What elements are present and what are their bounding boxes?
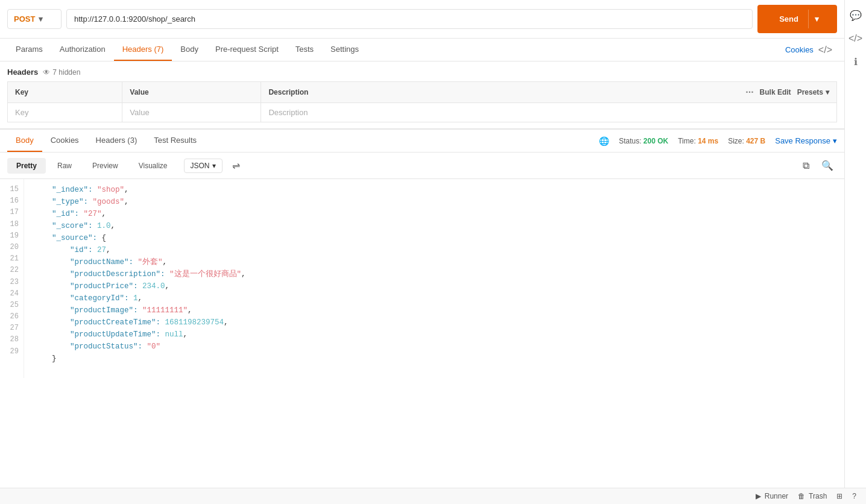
line-number: 22: [0, 265, 24, 276]
time-label: Time: 14 ms: [678, 137, 718, 145]
code-line: "productImage": "11111111",: [34, 304, 835, 317]
code-line: "productName": "外套",: [34, 256, 835, 268]
view-tab-preview[interactable]: Preview: [83, 158, 127, 174]
globe-icon: 🌐: [599, 136, 609, 146]
eye-icon: 👁: [43, 68, 50, 77]
response-tab-body[interactable]: Body: [7, 130, 42, 152]
copy-icon[interactable]: ⧉: [799, 158, 813, 174]
code-line: "_index": "shop",: [34, 184, 835, 196]
line-number: 17: [0, 207, 24, 218]
headers-table: Key Value Description ··· Bulk Edit Pres…: [7, 81, 837, 122]
tab-body[interactable]: Body: [172, 39, 207, 61]
cookies-link[interactable]: Cookies: [785, 45, 814, 54]
code-line: "_score": 1.0,: [34, 220, 835, 232]
line-number: 27: [0, 323, 24, 334]
tab-authorization[interactable]: Authorization: [51, 39, 114, 61]
presets-button[interactable]: Presets ▾: [797, 88, 829, 96]
view-tab-visualize[interactable]: Visualize: [130, 158, 177, 174]
info-icon[interactable]: ℹ: [854, 56, 858, 68]
tab-params[interactable]: Params: [7, 39, 51, 61]
side-panel: 💬 </> ℹ: [844, 0, 866, 378]
line-number: 23: [0, 277, 24, 288]
tab-prerequest[interactable]: Pre-request Script: [207, 39, 287, 61]
bulk-edit-button[interactable]: Bulk Edit: [760, 88, 791, 96]
col-key: Key: [8, 82, 122, 103]
header-actions: ··· Bulk Edit Presets ▾: [745, 87, 829, 98]
code-line: "productStatus": "0": [34, 341, 835, 353]
send-dropdown-icon[interactable]: ▾: [808, 10, 825, 28]
line-number: 19: [0, 230, 24, 242]
search-icon[interactable]: 🔍: [818, 157, 837, 174]
line-number: 29: [0, 346, 24, 358]
headers-label-row: Headers 👁 7 hidden: [7, 68, 837, 77]
headers-section: Headers 👁 7 hidden Key Value Description: [0, 61, 844, 129]
code-line: "categoryId": 1,: [34, 292, 835, 304]
response-tab-testresults[interactable]: Test Results: [145, 130, 205, 152]
header-description-cell[interactable]: Description: [261, 103, 837, 122]
tab-headers[interactable]: Headers (7): [114, 39, 172, 61]
response-tabs-row: Body Cookies Headers (3) Test Results 🌐 …: [0, 130, 844, 153]
response-status: 🌐 Status: 200 OK Time: 14 ms Size: 427 B…: [599, 136, 837, 146]
tab-tests[interactable]: Tests: [287, 39, 322, 61]
line-number: 28: [0, 334, 24, 345]
line-number: 26: [0, 311, 24, 323]
send-label: Send: [770, 10, 808, 28]
col-value: Value: [122, 82, 261, 103]
code-line: "_source": {: [34, 232, 835, 244]
hidden-badge: 👁 7 hidden: [43, 68, 80, 77]
col-description: Description ··· Bulk Edit Presets ▾: [261, 82, 836, 102]
code-line: "productCreateTime": 1681198239754,: [34, 317, 835, 329]
method-dropdown-icon: ▾: [39, 14, 43, 24]
body-view-tabs: Pretty Raw Preview Visualize JSON ▾ ⇌ ⧉ …: [0, 153, 844, 179]
header-value-cell[interactable]: Value: [122, 103, 261, 122]
response-section: Body Cookies Headers (3) Test Results 🌐 …: [0, 129, 844, 378]
wrap-icon[interactable]: ⇌: [227, 157, 245, 174]
hidden-count: 7 hidden: [52, 68, 80, 77]
line-number: 15: [0, 184, 24, 195]
line-number: 21: [0, 253, 24, 265]
response-tab-headers[interactable]: Headers (3): [87, 130, 146, 152]
size-label: Size: 427 B: [728, 137, 765, 145]
chat-icon[interactable]: 💬: [850, 10, 862, 21]
response-tab-cookies[interactable]: Cookies: [42, 130, 87, 152]
line-number: 18: [0, 219, 24, 230]
headers-title: Headers: [7, 68, 38, 77]
code-icon[interactable]: </>: [814, 45, 837, 55]
header-key-cell[interactable]: Key: [8, 103, 122, 122]
code-line: "productUpdateTime": null,: [34, 329, 835, 341]
line-number: 20: [0, 242, 24, 253]
format-dropdown-icon: ▾: [212, 162, 216, 170]
save-response-dropdown-icon: ▾: [833, 136, 837, 145]
view-tab-pretty[interactable]: Pretty: [7, 158, 46, 174]
url-input[interactable]: [66, 9, 753, 29]
format-selector[interactable]: JSON ▾: [184, 159, 223, 173]
code-view: 151617181920212223242526272829 "_index":…: [0, 179, 844, 378]
code-line: }: [34, 353, 835, 365]
code-line: "_id": "27",: [34, 208, 835, 220]
presets-dropdown-icon: ▾: [826, 88, 829, 96]
line-numbers: 151617181920212223242526272829: [0, 179, 24, 378]
line-number: 16: [0, 195, 24, 207]
code-line: "_type": "goods",: [34, 196, 835, 208]
view-tab-raw[interactable]: Raw: [48, 158, 81, 174]
line-number: 25: [0, 300, 24, 311]
save-response-button[interactable]: Save Response ▾: [775, 136, 837, 145]
code-content: "_index": "shop", "_type": "goods", "_id…: [24, 179, 844, 378]
more-options-icon[interactable]: ···: [745, 87, 753, 98]
method-label: POST: [14, 14, 35, 24]
line-number: 24: [0, 288, 24, 300]
code-line: "productPrice": 234.0,: [34, 280, 835, 292]
method-selector[interactable]: POST ▾: [7, 9, 62, 29]
code-slash-icon[interactable]: </>: [849, 33, 862, 44]
url-bar: POST ▾ Send ▾: [0, 0, 844, 39]
code-line: "id": 27,: [34, 244, 835, 256]
code-line: "productDescription": "这是一个很好商品",: [34, 268, 835, 280]
send-button[interactable]: Send ▾: [757, 5, 837, 33]
header-row: Key Value Description: [8, 103, 837, 122]
status-label: Status: 200 OK: [619, 137, 668, 145]
tab-settings[interactable]: Settings: [322, 39, 367, 61]
request-tabs: Params Authorization Headers (7) Body Pr…: [0, 39, 844, 61]
